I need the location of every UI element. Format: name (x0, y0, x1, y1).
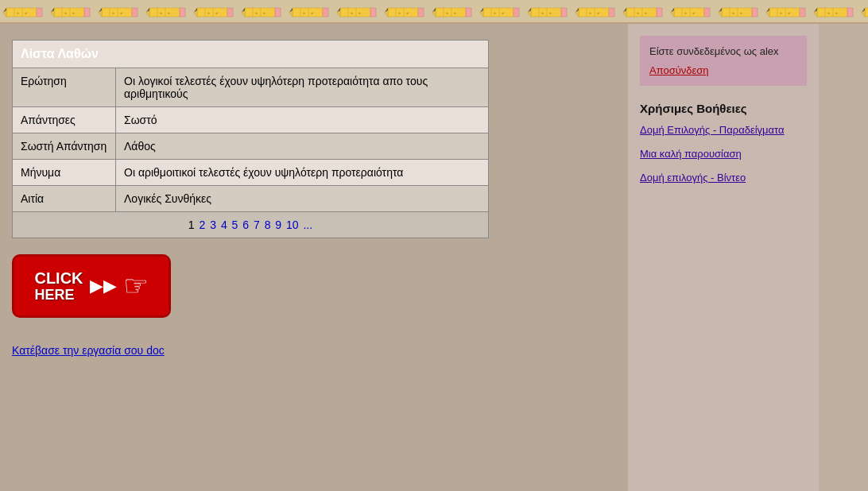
svg-rect-137 (847, 8, 853, 17)
svg-rect-136 (817, 8, 847, 17)
help-link-1[interactable]: Δομή Επιλογής - Παραδείγματα (640, 123, 807, 137)
svg-rect-49 (323, 8, 328, 17)
pencil-decoration: ✦ ✦ (858, 0, 868, 24)
svg-rect-81 (513, 8, 519, 17)
click-here-inner: CLICK HERE ▶▶ ☞ (14, 257, 169, 315)
svg-text:✦: ✦ (644, 11, 648, 16)
sidebar: Είστε συνδεδεμένος ως alex Αποσύνδεση Χρ… (628, 24, 819, 491)
download-link[interactable]: Κατέβασε την εργασία σου doc (12, 344, 616, 357)
pencil-decoration: ✦ ✦ (477, 0, 525, 24)
svg-text:✦: ✦ (215, 11, 219, 16)
svg-text:✦: ✦ (835, 11, 839, 16)
svg-text:✦: ✦ (501, 11, 505, 16)
svg-rect-113 (704, 8, 710, 17)
svg-text:✦: ✦ (207, 11, 211, 16)
pencil-decoration: ✦ ✦ (382, 0, 429, 24)
svg-rect-57 (370, 8, 376, 17)
row-value-message: Οι αριθμοιτικοί τελεστές έχουν υψηλότερη… (116, 160, 489, 186)
svg-rect-64 (388, 8, 418, 17)
row-label-answer: Απάντησες (13, 107, 116, 133)
svg-text:✦: ✦ (397, 11, 401, 16)
main-layout: Λίστα Λαθών Ερώτηση Οι λογικοί τελεστές … (0, 24, 868, 491)
help-title: Χρήσιμες Βοήθειες (640, 102, 807, 115)
svg-rect-17 (132, 8, 138, 17)
click-text-block: CLICK HERE (34, 269, 83, 303)
svg-rect-73 (466, 8, 471, 17)
click-here-button[interactable]: CLICK HERE ▶▶ ☞ (12, 254, 171, 318)
page-link-7[interactable]: 7 (254, 218, 260, 231)
svg-rect-112 (674, 8, 704, 17)
row-label-correct: Σωστή Απάντηση (13, 133, 116, 160)
svg-text:✦: ✦ (111, 11, 115, 16)
pencil-decoration: ✦ ✦ (525, 0, 572, 24)
row-value-correct: Λάθος (116, 133, 489, 160)
svg-text:✦: ✦ (541, 11, 544, 16)
page-link-10[interactable]: 10 (286, 218, 299, 231)
help-section: Χρήσιμες Βοήθειες Δομή Επιλογής - Παραδε… (640, 98, 807, 199)
svg-text:✦: ✦ (24, 11, 28, 16)
svg-rect-144 (865, 8, 869, 17)
svg-rect-89 (561, 8, 567, 17)
svg-text:✦: ✦ (262, 11, 266, 16)
svg-text:✦: ✦ (358, 11, 362, 16)
page-link-8[interactable]: 8 (265, 218, 271, 231)
pencil-decoration: ✦ ✦ (620, 0, 668, 24)
svg-text:✦: ✦ (684, 11, 688, 16)
svg-rect-48 (293, 8, 323, 17)
content-area: Λίστα Λαθών Ερώτηση Οι λογικοί τελεστές … (0, 24, 628, 491)
svg-text:✦: ✦ (596, 11, 600, 16)
page-link-9[interactable]: 9 (275, 218, 281, 231)
page-link-3[interactable]: 3 (210, 218, 216, 231)
svg-rect-9 (84, 8, 90, 17)
logout-link[interactable]: Αποσύνδεση (649, 64, 709, 76)
svg-rect-128 (769, 8, 800, 17)
svg-text:✦: ✦ (302, 11, 306, 16)
page-link-6[interactable]: 6 (242, 218, 249, 231)
svg-text:✦: ✦ (493, 11, 497, 16)
row-value-answer: Σωστό (116, 107, 489, 133)
page-link-2[interactable]: 2 (200, 218, 206, 231)
table-row: Απάντησες Σωστό (13, 107, 489, 133)
svg-rect-65 (418, 8, 424, 17)
svg-rect-33 (227, 8, 233, 17)
svg-text:✦: ✦ (453, 11, 457, 16)
svg-text:✦: ✦ (405, 11, 409, 16)
pencil-border: // Generate pencils inline via JS after … (0, 0, 868, 24)
table-row: Αιτία Λογικές Συνθήκες (13, 186, 489, 212)
svg-rect-104 (626, 8, 657, 17)
svg-rect-41 (275, 8, 281, 17)
pencil-decoration: ✦ ✦ (191, 0, 238, 24)
help-link-2[interactable]: Μια καλή παρουσίαση (640, 147, 807, 161)
svg-text:✦: ✦ (588, 11, 592, 16)
click-text-line2: HERE (34, 287, 74, 303)
svg-rect-24 (149, 8, 180, 17)
svg-rect-8 (54, 8, 84, 17)
row-label-message: Μήνυμα (13, 160, 116, 186)
pagination: 1 2 3 4 5 6 7 8 9 10 ... (13, 212, 489, 238)
pencil-decoration: ✦ ✦ (763, 0, 811, 24)
row-label-question: Ερώτηση (13, 68, 116, 107)
pencil-decoration: ✦ ✦ (143, 0, 191, 24)
click-text-line1: CLICK (34, 269, 83, 287)
pencil-decoration: ✦ ✦ (572, 0, 620, 24)
pencil-decoration: ✦ ✦ (429, 0, 477, 24)
svg-text:✦: ✦ (731, 11, 735, 16)
svg-text:✦: ✦ (167, 11, 171, 16)
svg-text:✦: ✦ (787, 11, 791, 16)
svg-text:✦: ✦ (739, 11, 743, 16)
row-value-question: Οι λογικοί τελεστές έχουν υψηλότερη προτ… (116, 68, 489, 107)
pencil-decoration: ✦ ✦ (238, 0, 286, 24)
page-link-5[interactable]: 5 (232, 218, 238, 231)
svg-rect-72 (436, 8, 466, 17)
svg-rect-56 (340, 8, 370, 17)
svg-rect-97 (609, 8, 614, 17)
page-link-more[interactable]: ... (303, 218, 312, 231)
pencil-decoration: ✦ ✦ (668, 0, 715, 24)
svg-text:✦: ✦ (254, 11, 258, 16)
error-table: Λίστα Λαθών Ερώτηση Οι λογικοί τελεστές … (12, 40, 489, 238)
help-link-3[interactable]: Δομή επιλογής - Βίντεο (640, 171, 807, 185)
svg-rect-96 (579, 8, 609, 17)
page-link-4[interactable]: 4 (221, 218, 227, 231)
svg-text:✦: ✦ (159, 11, 163, 16)
row-value-cause: Λογικές Συνθήκες (116, 186, 489, 212)
